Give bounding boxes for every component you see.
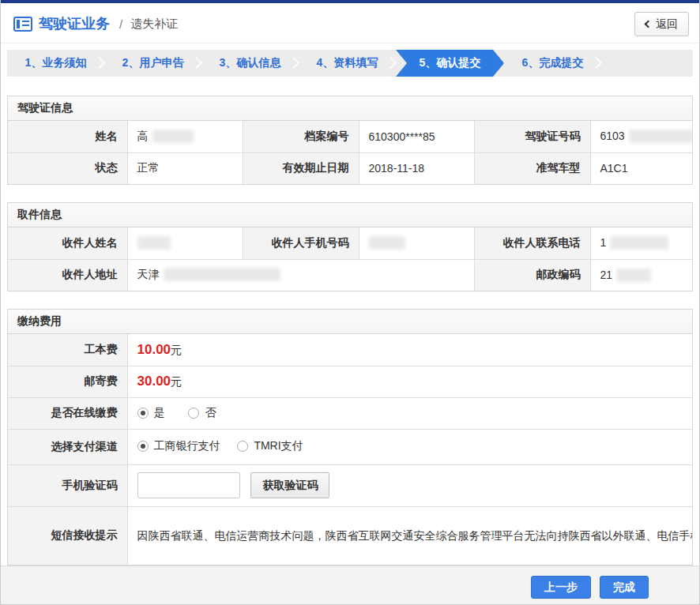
field-label: 短信接收提示 (8, 506, 127, 565)
field-value-text: 正常 (137, 161, 160, 174)
field-label: 收件人姓名 (8, 227, 127, 259)
field-value-vehicle-class: A1C1 (590, 152, 692, 184)
sms-code-input[interactable] (137, 472, 240, 498)
field-label: 收件人地址 (8, 259, 127, 291)
radio-unselected-icon[interactable] (237, 441, 248, 452)
panel-pickup-info: 取件信息 收件人姓名 收件人手机号码 收件人联系电话 1 收件人地址 天津 邮政… (7, 202, 693, 291)
field-value-file-number: 610300****85 (359, 121, 474, 152)
table-row: 选择支付渠道 工商银行支付 TMRI支付 (8, 429, 692, 464)
section-title-pickup: 取件信息 (8, 203, 692, 227)
section-title-license: 驾驶证信息 (8, 96, 692, 121)
pickup-info-table: 收件人姓名 收件人手机号码 收件人联系电话 1 收件人地址 天津 邮政编码 21 (8, 227, 692, 291)
field-value-recipient-name (127, 227, 243, 259)
sms-code-cell: 获取验证码 (127, 464, 692, 506)
section-title-payment: 缴纳费用 (8, 310, 692, 334)
radio-selected-icon[interactable] (137, 441, 149, 452)
field-label: 是否在线缴费 (8, 397, 127, 429)
steps-bar-tail (601, 50, 693, 77)
table-row: 姓名 高 档案编号 610300****85 驾驶证号码 6103 (8, 121, 692, 152)
field-value-recipient-address: 天津 (127, 259, 474, 291)
get-code-button[interactable]: 获取验证码 (250, 472, 329, 498)
step-tab-4: 4、资料填写 (299, 50, 396, 77)
radio-label: 否 (205, 406, 216, 420)
field-value-postage-fee: 30.00元 (127, 366, 692, 397)
radio-option-tmri[interactable]: TMRI支付 (237, 439, 303, 453)
field-label: 手机验证码 (8, 464, 127, 506)
redacted-value (137, 236, 171, 250)
radio-selected-icon[interactable] (137, 408, 149, 419)
redacted-value (164, 268, 280, 281)
step-label: 4、资料填写 (317, 56, 378, 70)
breadcrumb: 驾驶证业务 / 遗失补证 (13, 14, 687, 33)
table-row: 是否在线缴费 是 否 (8, 397, 692, 429)
previous-step-button[interactable]: 上一步 (531, 576, 591, 599)
license-info-table: 姓名 高 档案编号 610300****85 驾驶证号码 6103 状态 正常 … (8, 121, 692, 184)
chevron-left-icon (645, 21, 653, 28)
field-value-name: 高 (127, 121, 243, 152)
table-row: 邮寄费 30.00元 (8, 366, 692, 397)
step-label: 3、确认信息 (220, 56, 281, 70)
field-label: 工本费 (8, 334, 127, 366)
field-label: 邮政编码 (474, 259, 590, 291)
step-tab-5-active: 5、确认提交 (396, 50, 504, 77)
page: 驾驶证业务 / 遗失补证 返回 1、业务须知 2、用户申告 3、确认信息 4、资… (0, 0, 700, 605)
sms-notice-text: 因陕西省联通、电信运营商技术问题，陕西省互联网交通安全综合服务管理平台无法向持陕… (127, 506, 692, 565)
page-title: 驾驶证业务 (39, 14, 110, 33)
form-document-icon (13, 17, 32, 32)
fee-unit: 元 (171, 344, 182, 356)
table-row: 收件人地址 天津 邮政编码 21 (8, 259, 692, 291)
step-label: 2、用户申告 (122, 56, 184, 70)
radio-label: 是 (154, 406, 165, 420)
redacted-value (610, 236, 668, 250)
breadcrumb-subtitle: 遗失补证 (130, 17, 178, 32)
online-pay-radio-group: 是 否 (127, 397, 692, 429)
field-value-text: A1C1 (600, 162, 628, 175)
field-value-postal-code: 21 (590, 259, 692, 291)
back-button[interactable]: 返回 (634, 12, 689, 36)
field-value-text: 天津 (137, 268, 160, 280)
table-row: 状态 正常 有效期止日期 2018-11-18 准驾车型 A1C1 (8, 152, 692, 184)
panel-license-info: 驾驶证信息 姓名 高 档案编号 610300****85 驾驶证号码 6103 … (7, 96, 693, 185)
back-button-label: 返回 (656, 17, 678, 32)
field-label: 驾驶证号码 (474, 121, 590, 152)
step-tab-3: 3、确认信息 (201, 50, 299, 77)
step-tab-2: 2、用户申告 (104, 50, 201, 77)
radio-label: TMRI支付 (254, 439, 303, 453)
field-label: 档案编号 (243, 121, 359, 152)
redacted-value (629, 130, 692, 143)
field-label: 收件人联系电话 (474, 227, 590, 259)
field-value-expiry-date: 2018-11-18 (359, 152, 474, 184)
radio-label: 工商银行支付 (154, 439, 220, 453)
radio-option-icbc[interactable]: 工商银行支付 (137, 439, 220, 453)
payment-channel-radio-group: 工商银行支付 TMRI支付 (127, 429, 692, 464)
redacted-value (152, 130, 194, 143)
step-label: 1、业务须知 (25, 56, 87, 70)
panel-payment: 缴纳费用 工本费 10.00元 邮寄费 30.00元 是否在线缴费 (7, 309, 693, 566)
fee-amount: 10.00 (137, 342, 171, 357)
step-tab-6: 6、完成提交 (504, 50, 601, 77)
fee-unit: 元 (171, 375, 182, 388)
table-row: 收件人姓名 收件人手机号码 收件人联系电话 1 (8, 227, 692, 259)
step-tab-1: 1、业务须知 (7, 50, 104, 77)
field-value-recipient-phone: 1 (590, 227, 692, 259)
steps-bar: 1、业务须知 2、用户申告 3、确认信息 4、资料填写 5、确认提交 6、完成提… (7, 50, 693, 77)
radio-option-yes[interactable]: 是 (137, 406, 165, 420)
footer-actions: 上一步 完成 (1, 566, 699, 605)
main-content: 驾驶证信息 姓名 高 档案编号 610300****85 驾驶证号码 6103 … (1, 77, 699, 566)
field-value-text: 21 (600, 269, 613, 281)
field-value-text: 高 (137, 130, 149, 142)
radio-unselected-icon[interactable] (188, 408, 199, 419)
page-header: 驾驶证业务 / 遗失补证 返回 (1, 3, 699, 43)
field-label: 状态 (8, 152, 127, 184)
field-value-text: 610300****85 (369, 130, 435, 143)
finish-button[interactable]: 完成 (600, 576, 649, 599)
redacted-value (369, 236, 405, 250)
step-label: 6、完成提交 (522, 56, 584, 70)
redacted-value (616, 269, 651, 282)
field-label: 选择支付渠道 (8, 429, 127, 464)
table-row: 短信接收提示 因陕西省联通、电信运营商技术问题，陕西省互联网交通安全综合服务管理… (8, 506, 692, 565)
breadcrumb-separator: / (119, 17, 122, 31)
field-label: 收件人手机号码 (243, 227, 359, 259)
field-label: 邮寄费 (8, 366, 127, 397)
radio-option-no[interactable]: 否 (188, 406, 216, 420)
